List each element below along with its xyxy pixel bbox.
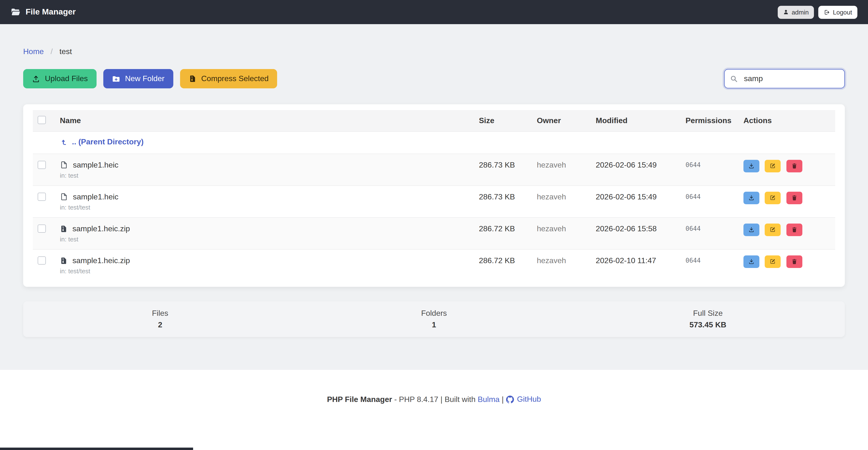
github-label: GitHub (517, 395, 541, 403)
file-icon (60, 193, 68, 201)
row-checkbox[interactable] (38, 160, 46, 169)
pen-square-icon (770, 163, 776, 169)
user-button[interactable]: admin (778, 5, 814, 19)
stat-full-size-value: 573.45 KB (571, 320, 845, 330)
edit-button[interactable] (765, 191, 781, 204)
table-row: sample1.heic in: test 286.73 KB hezaveh … (33, 154, 835, 185)
search-box (724, 69, 845, 88)
navbar-right: admin Logout (778, 5, 857, 19)
file-location: in: test (60, 172, 469, 179)
stats-bar: Files 2 Folders 1 Full Size 573.45 KB (23, 301, 845, 337)
file-size: 286.73 KB (474, 154, 532, 185)
stat-files: Files 2 (23, 308, 297, 330)
parent-directory-link[interactable]: .. (Parent Directory) (60, 137, 144, 147)
file-name: sample1.heic.zip (72, 223, 130, 234)
file-table: Name Size Owner Modified Permissions Act… (33, 110, 835, 281)
stat-full-size: Full Size 573.45 KB (571, 308, 845, 330)
upload-files-label: Upload Files (45, 74, 88, 83)
upload-files-button[interactable]: Upload Files (23, 69, 97, 88)
toolbar: Upload Files New Folder Compress Selecte… (23, 69, 845, 88)
search-icon (730, 75, 738, 83)
search-input[interactable] (724, 69, 845, 88)
footer-separator: | (500, 395, 506, 403)
delete-button[interactable] (786, 255, 802, 268)
compress-selected-button[interactable]: Compress Selected (180, 69, 277, 88)
breadcrumb-separator: / (51, 47, 53, 56)
page: File Manager admin Logout Home / test (0, 0, 868, 450)
file-size: 286.72 KB (474, 249, 532, 281)
edit-button[interactable] (765, 255, 781, 268)
bulma-link[interactable]: Bulma (478, 395, 500, 403)
logout-button[interactable]: Logout (818, 5, 857, 19)
app-brand: File Manager (11, 7, 76, 17)
delete-button[interactable] (786, 223, 802, 236)
new-folder-label: New Folder (125, 74, 165, 83)
compress-selected-label: Compress Selected (201, 74, 269, 83)
file-owner: hezaveh (532, 185, 591, 217)
stat-folders-label: Folders (297, 308, 571, 319)
app-title: File Manager (26, 7, 76, 17)
file-size: 286.73 KB (474, 185, 532, 217)
footer-app-name: PHP File Manager (327, 395, 392, 403)
download-button[interactable] (743, 255, 760, 268)
file-owner: hezaveh (532, 154, 591, 185)
bottom-dark-strip (0, 448, 193, 450)
row-checkbox[interactable] (38, 192, 46, 201)
select-all-checkbox[interactable] (38, 116, 46, 124)
file-name: sample1.heic.zip (72, 255, 130, 266)
breadcrumb-home-link[interactable]: Home (23, 47, 44, 56)
file-size: 286.72 KB (474, 217, 532, 249)
row-checkbox[interactable] (38, 224, 46, 233)
download-button[interactable] (743, 159, 760, 172)
download-icon (748, 258, 754, 265)
main-content: Home / test Upload Files New Folder Comp… (0, 24, 868, 370)
table-row: sample1.heic in: test/test 286.73 KB hez… (33, 185, 835, 217)
file-location: in: test/test (60, 267, 469, 275)
new-folder-button[interactable]: New Folder (103, 69, 173, 88)
folder-plus-icon (112, 74, 120, 83)
user-icon (783, 9, 789, 15)
file-modified: 2026-02-06 15:58 (591, 217, 681, 249)
file-zipper-icon (189, 75, 196, 83)
column-header-actions: Actions (739, 110, 835, 131)
download-button[interactable] (743, 191, 760, 204)
pen-square-icon (770, 227, 776, 233)
upload-icon (32, 74, 40, 83)
edit-button[interactable] (765, 159, 781, 172)
pen-square-icon (770, 258, 776, 265)
pen-square-icon (770, 194, 776, 201)
breadcrumb: Home / test (23, 47, 845, 56)
file-location: in: test/test (60, 204, 469, 211)
file-modified: 2026-02-10 11:47 (591, 249, 681, 281)
file-icon (60, 161, 68, 169)
download-button[interactable] (743, 223, 760, 236)
github-icon (506, 395, 514, 403)
trash-icon (791, 258, 798, 265)
column-header-modified: Modified (591, 110, 681, 131)
file-permissions: 0644 (681, 217, 739, 249)
stat-full-size-label: Full Size (571, 308, 845, 319)
download-icon (748, 227, 754, 233)
file-permissions: 0644 (681, 154, 739, 185)
footer: PHP File Manager - PHP 8.4.17 | Built wi… (0, 370, 868, 450)
stat-folders-value: 1 (297, 320, 571, 330)
stat-files-label: Files (23, 308, 297, 319)
parent-directory-label: .. (Parent Directory) (72, 137, 144, 147)
github-link[interactable]: GitHub (506, 395, 541, 403)
table-row: sample1.heic.zip in: test 286.72 KB heza… (33, 217, 835, 249)
file-table-card: Name Size Owner Modified Permissions Act… (23, 104, 845, 287)
file-modified: 2026-02-06 15:49 (591, 154, 681, 185)
navbar: File Manager admin Logout (0, 0, 868, 24)
download-icon (748, 163, 754, 169)
file-name: sample1.heic (73, 159, 119, 170)
edit-button[interactable] (765, 223, 781, 236)
column-header-owner: Owner (532, 110, 591, 131)
delete-button[interactable] (786, 159, 802, 172)
user-label: admin (792, 8, 809, 16)
row-checkbox[interactable] (38, 256, 46, 264)
delete-button[interactable] (786, 191, 802, 204)
download-icon (748, 194, 754, 201)
stat-files-value: 2 (23, 320, 297, 330)
logout-label: Logout (833, 8, 852, 16)
file-zipper-icon (60, 225, 68, 233)
